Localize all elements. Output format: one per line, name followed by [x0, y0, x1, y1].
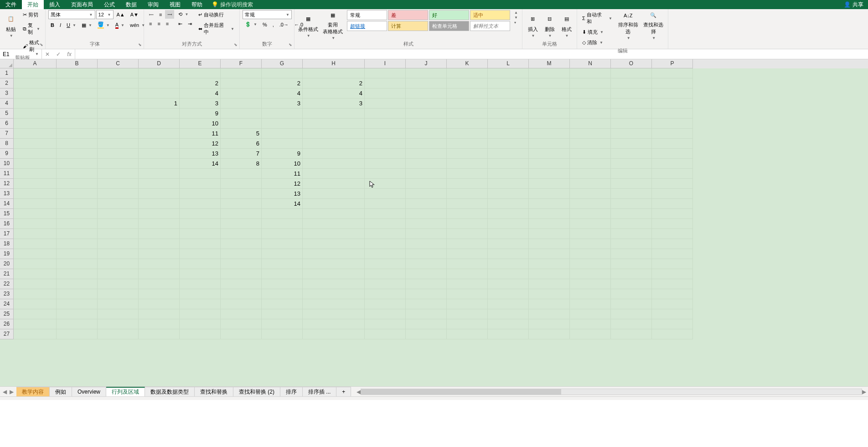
cell-N16[interactable]: [570, 219, 611, 229]
cell-A26[interactable]: [14, 319, 57, 329]
cell-P25[interactable]: [652, 309, 693, 319]
style-down-button[interactable]: ▼: [512, 15, 519, 20]
cell-M20[interactable]: [529, 259, 570, 269]
cell-B14[interactable]: [57, 199, 98, 209]
cell-A8[interactable]: [14, 139, 57, 149]
cell-J11[interactable]: [406, 169, 447, 179]
cell-F14[interactable]: [221, 199, 262, 209]
cell-N25[interactable]: [570, 309, 611, 319]
cell-F19[interactable]: [221, 249, 262, 259]
row-header-26[interactable]: 26: [0, 319, 14, 329]
cell-F18[interactable]: [221, 239, 262, 249]
cell-N4[interactable]: [570, 99, 611, 109]
col-header-B[interactable]: B: [57, 59, 98, 68]
cell-P3[interactable]: [652, 88, 693, 99]
cell-E27[interactable]: [180, 329, 221, 339]
cut-button[interactable]: ✂剪切: [21, 10, 42, 20]
style-normal[interactable]: 常规: [347, 10, 387, 20]
number-format-combo[interactable]: 常规▼: [243, 10, 292, 19]
cell-E13[interactable]: [180, 189, 221, 199]
font-launcher[interactable]: ⬊: [137, 42, 143, 48]
cell-M18[interactable]: [529, 239, 570, 249]
cell-J22[interactable]: [406, 279, 447, 289]
cell-C15[interactable]: [98, 209, 139, 219]
cell-D7[interactable]: [139, 129, 180, 139]
cell-K5[interactable]: [447, 109, 488, 119]
cell-J16[interactable]: [406, 219, 447, 229]
style-good[interactable]: 好: [429, 10, 469, 20]
decrease-font-button[interactable]: A▼: [128, 10, 141, 19]
cell-I21[interactable]: [365, 269, 406, 279]
cell-G18[interactable]: [262, 239, 303, 249]
cell-A11[interactable]: [14, 169, 57, 179]
cell-P22[interactable]: [652, 279, 693, 289]
increase-decimal-button[interactable]: .0→: [277, 21, 291, 29]
cell-A16[interactable]: [14, 219, 57, 229]
alignment-launcher[interactable]: ⬊: [233, 42, 238, 48]
cell-H23[interactable]: [303, 289, 365, 299]
cell-P23[interactable]: [652, 289, 693, 299]
cell-O24[interactable]: [611, 299, 652, 309]
cell-I2[interactable]: [365, 78, 406, 88]
cell-M9[interactable]: [529, 149, 570, 159]
row-header-23[interactable]: 23: [0, 289, 14, 299]
cell-M19[interactable]: [529, 249, 570, 259]
cell-A18[interactable]: [14, 239, 57, 249]
cell-L23[interactable]: [488, 289, 529, 299]
row-header-16[interactable]: 16: [0, 219, 14, 229]
cell-N20[interactable]: [570, 259, 611, 269]
style-explain[interactable]: 解释性文本: [470, 21, 510, 31]
cell-D4[interactable]: 1: [139, 99, 180, 109]
cell-C26[interactable]: [98, 319, 139, 329]
cell-L24[interactable]: [488, 299, 529, 309]
percent-button[interactable]: %: [260, 21, 269, 29]
paste-button[interactable]: 📋 粘贴 ▼: [3, 10, 19, 40]
cell-D12[interactable]: [139, 179, 180, 189]
style-hyperlink[interactable]: 超链接: [347, 21, 387, 31]
cell-J1[interactable]: [406, 68, 447, 78]
cell-G14[interactable]: 14: [262, 199, 303, 209]
cell-H5[interactable]: [303, 109, 365, 119]
cell-A1[interactable]: [14, 68, 57, 78]
cell-J19[interactable]: [406, 249, 447, 259]
cell-G4[interactable]: 3: [262, 99, 303, 109]
cell-F17[interactable]: [221, 229, 262, 239]
cell-J6[interactable]: [406, 119, 447, 129]
cell-B19[interactable]: [57, 249, 98, 259]
cell-C18[interactable]: [98, 239, 139, 249]
cell-A6[interactable]: [14, 119, 57, 129]
cell-H8[interactable]: [303, 139, 365, 149]
cell-F8[interactable]: 6: [221, 139, 262, 149]
cell-K24[interactable]: [447, 299, 488, 309]
cell-H17[interactable]: [303, 229, 365, 239]
cond-format-button[interactable]: ▦ 条件格式 ▼: [297, 10, 319, 40]
bold-button[interactable]: B: [48, 21, 57, 29]
ribbon-tab-4[interactable]: 公式: [98, 0, 120, 9]
cell-D24[interactable]: [139, 299, 180, 309]
fx-icon[interactable]: fx: [64, 51, 75, 57]
cell-E25[interactable]: [180, 309, 221, 319]
cell-N12[interactable]: [570, 179, 611, 189]
cell-I27[interactable]: [365, 329, 406, 339]
tell-me[interactable]: 💡 操作说明搜索: [212, 1, 253, 9]
cell-C2[interactable]: [98, 78, 139, 88]
cell-K1[interactable]: [447, 68, 488, 78]
confirm-formula-button[interactable]: ✓: [53, 51, 64, 57]
cell-M26[interactable]: [529, 319, 570, 329]
cell-L16[interactable]: [488, 219, 529, 229]
cell-A14[interactable]: [14, 199, 57, 209]
cell-E23[interactable]: [180, 289, 221, 299]
cell-O18[interactable]: [611, 239, 652, 249]
cell-L21[interactable]: [488, 269, 529, 279]
comma-button[interactable]: ,: [270, 21, 276, 29]
cell-H22[interactable]: [303, 279, 365, 289]
cell-E18[interactable]: [180, 239, 221, 249]
col-header-E[interactable]: E: [180, 59, 221, 68]
cell-C24[interactable]: [98, 299, 139, 309]
cell-F12[interactable]: [221, 179, 262, 189]
cell-A13[interactable]: [14, 189, 57, 199]
cell-M1[interactable]: [529, 68, 570, 78]
cell-O10[interactable]: [611, 159, 652, 169]
cell-B3[interactable]: [57, 88, 98, 99]
cell-I8[interactable]: [365, 139, 406, 149]
